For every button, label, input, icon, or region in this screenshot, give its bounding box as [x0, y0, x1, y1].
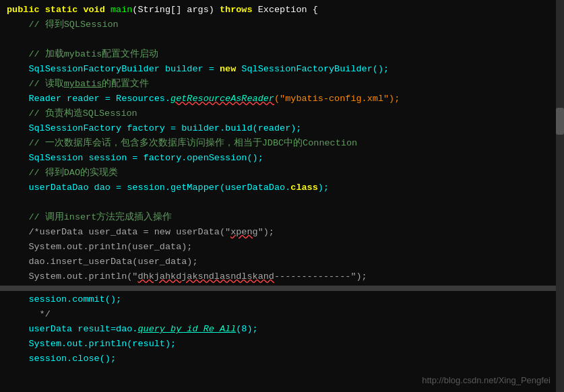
code-line-6: // 读取mybatis的配置文件 — [0, 77, 564, 92]
code-line-23: System.out.println(result); — [0, 337, 564, 352]
scrollbar-thumb[interactable] — [556, 108, 564, 135]
code-line-21: */ — [0, 307, 564, 322]
code-line-12: // 得到DAO的实现类 — [0, 166, 564, 181]
code-line-14 — [0, 195, 564, 210]
code-line-24: session.close(); — [0, 352, 564, 366]
watermark: http://blog.csdn.net/Xing_Pengfei — [422, 375, 551, 385]
code-line-18: dao.insert_userData(user_data); — [0, 255, 564, 269]
code-line-3 — [0, 32, 564, 47]
code-line-11: SqlSession session = factory.openSession… — [0, 151, 564, 166]
code-line-10: // 一次数据库会话，包含多次数据库访问操作，相当于JDBC中的Connecti… — [0, 136, 564, 151]
code-line-16: /*userData user_data = new userData("xpe… — [0, 225, 564, 240]
code-line-8: // 负责构造SQLSession — [0, 106, 564, 121]
code-line-4: // 加载mybatis配置文件启动 — [0, 47, 564, 62]
code-line-9: SqlSessionFactory factory = builder.buil… — [0, 121, 564, 136]
code-line-13: userDataDao dao = session.getMapper(user… — [0, 181, 564, 195]
code-line-1: public static void main(String[] args) t… — [0, 3, 564, 18]
code-line-2: // 得到SQLSession — [0, 18, 564, 32]
code-line-5: SqlSessionFactoryBuilder builder = new S… — [0, 62, 564, 77]
code-line-17: System.out.println(user_data); — [0, 240, 564, 255]
code-line-7: Reader reader = Resources.getResourceAsR… — [0, 92, 564, 106]
scroll-divider — [0, 286, 564, 291]
code-line-20: session.commit(); — [0, 292, 564, 307]
scrollbar[interactable] — [556, 0, 564, 392]
code-line-22: userData result=dao.query_by_id_Re_All(8… — [0, 322, 564, 337]
code-editor: public static void main(String[] args) t… — [0, 0, 564, 392]
code-line-19: System.out.println("dhkjahkdjaksndlasndl… — [0, 269, 564, 284]
code-line-15: // 调用insert方法完成插入操作 — [0, 210, 564, 225]
